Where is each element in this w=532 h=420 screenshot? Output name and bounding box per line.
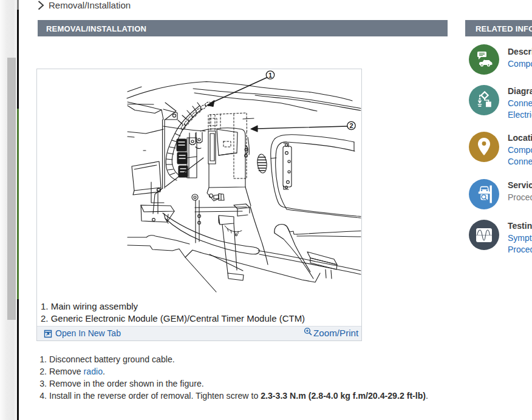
- svg-text:2: 2: [349, 122, 353, 129]
- svg-text:1: 1: [268, 72, 272, 79]
